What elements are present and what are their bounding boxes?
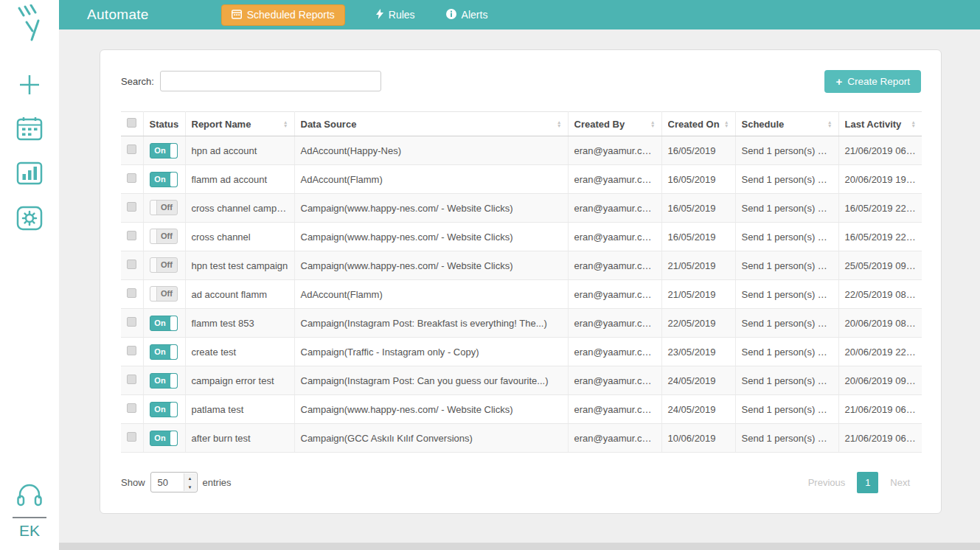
- user-avatar[interactable]: EK: [13, 517, 46, 540]
- tab-scheduled-reports[interactable]: Scheduled Reports: [221, 4, 345, 26]
- data-source-cell: Campaign(Traffic - Instagram only - Copy…: [294, 338, 568, 366]
- page-size-value: 50: [158, 477, 168, 488]
- last-activity-cell: 22/05/2019 08:00: [838, 280, 922, 309]
- row-checkbox[interactable]: [127, 288, 136, 298]
- table-row: Offhpn test test campaignCampaign(www.ha…: [121, 251, 922, 280]
- page-1-button[interactable]: 1: [857, 472, 878, 493]
- created-on-cell: 24/05/2019: [661, 395, 735, 424]
- status-toggle[interactable]: On: [150, 373, 178, 389]
- schedule-cell: Send 1 person(s) Daily: [735, 165, 838, 194]
- created-on-cell: 16/05/2019: [661, 194, 735, 223]
- column-status: Status: [143, 112, 185, 136]
- add-icon[interactable]: [18, 74, 41, 99]
- toggle-knob: [170, 144, 177, 158]
- report-name-cell: hpn test test campaign: [185, 251, 294, 280]
- toolbar: Search: + Create Report: [121, 70, 921, 92]
- toggle-label: On: [150, 374, 170, 388]
- row-checkbox[interactable]: [127, 173, 136, 183]
- data-source-cell: Campaign(GCC Askılı Kılıf Conversions): [294, 424, 568, 453]
- tab-alerts[interactable]: Alerts: [446, 9, 488, 21]
- status-toggle[interactable]: Off: [150, 286, 178, 302]
- created-by-cell: eran@yaamur.com: [568, 165, 661, 194]
- column-data-source[interactable]: Data Source▲▼: [294, 112, 568, 136]
- main-nav: Scheduled Reports Rules Alerts: [221, 4, 488, 26]
- status-toggle[interactable]: On: [150, 344, 178, 360]
- row-checkbox[interactable]: [127, 432, 136, 442]
- created-on-cell: 24/05/2019: [661, 366, 735, 395]
- created-by-cell: eran@yaamur.com: [568, 251, 661, 280]
- toggle-knob: [150, 229, 157, 243]
- row-checkbox[interactable]: [127, 260, 136, 269]
- status-toggle[interactable]: Off: [150, 257, 178, 273]
- toggle-knob: [170, 345, 177, 359]
- analytics-icon[interactable]: [16, 161, 43, 188]
- bolt-icon: [376, 9, 383, 21]
- calendar-icon: [232, 9, 242, 21]
- created-by-cell: eran@yaamur.com: [568, 309, 661, 338]
- scheduled-reports-icon[interactable]: [16, 116, 43, 144]
- column-report-name[interactable]: Report Name▲▼: [185, 112, 294, 136]
- status-toggle[interactable]: Off: [150, 229, 178, 244]
- created-by-cell: eran@yaamur.com: [568, 194, 661, 223]
- created-by-cell: eran@yaamur.com: [568, 424, 661, 453]
- bottom-strip: [0, 543, 980, 550]
- status-toggle[interactable]: On: [150, 316, 178, 331]
- schedule-cell: Send 1 person(s) Daily: [735, 395, 838, 424]
- search-input[interactable]: [160, 71, 381, 91]
- table-row: Offad account flammAdAccount(Flamm)eran@…: [121, 280, 922, 309]
- select-all-checkbox[interactable]: [127, 118, 136, 128]
- column-schedule[interactable]: Schedule▲▼: [735, 112, 838, 136]
- status-toggle[interactable]: On: [150, 172, 178, 187]
- toggle-label: On: [150, 403, 170, 417]
- scheduled-reports-table: Status Report Name▲▼ Data Source▲▼ Creat…: [121, 111, 922, 453]
- schedule-cell: Send 1 person(s) Daily: [735, 309, 838, 338]
- schedule-cell: Send 1 person(s) Daily: [735, 136, 838, 165]
- row-checkbox[interactable]: [127, 317, 136, 327]
- page-size-select[interactable]: 50 ▴▾: [150, 472, 198, 492]
- created-on-cell: 16/05/2019: [661, 136, 735, 165]
- created-by-cell: eran@yaamur.com: [568, 280, 661, 309]
- previous-button[interactable]: Previous: [798, 471, 856, 494]
- sort-icon: ▲▼: [283, 120, 288, 128]
- table-row: Onflamm ad accountAdAccount(Flamm)eran@y…: [121, 165, 922, 194]
- tab-rules[interactable]: Rules: [376, 9, 415, 21]
- table-row: Onafter burn testCampaign(GCC Askılı Kıl…: [121, 424, 922, 453]
- column-created-by[interactable]: Created By▲▼: [568, 112, 661, 136]
- status-toggle[interactable]: Off: [150, 200, 178, 215]
- row-checkbox[interactable]: [127, 202, 136, 212]
- status-toggle[interactable]: On: [150, 431, 178, 446]
- toggle-knob: [170, 173, 177, 187]
- create-report-button[interactable]: + Create Report: [824, 70, 921, 93]
- spinner-icon: ▴▾: [184, 473, 196, 491]
- app-logo-icon[interactable]: [13, 4, 46, 44]
- last-activity-cell: 21/06/2019 06:46: [838, 136, 922, 165]
- column-created-on[interactable]: Created On▲▼: [661, 112, 735, 136]
- toggle-knob: [170, 431, 177, 445]
- sort-icon: ▲▼: [911, 120, 916, 128]
- toggle-knob: [150, 201, 157, 215]
- last-activity-cell: 20/06/2019 22:30: [838, 338, 922, 366]
- data-source-cell: AdAccount(Flamm): [294, 165, 568, 194]
- settings-icon[interactable]: [16, 206, 43, 234]
- next-button[interactable]: Next: [880, 471, 920, 494]
- last-activity-cell: 21/06/2019 06:30: [838, 424, 922, 453]
- search-label: Search:: [121, 76, 154, 87]
- column-select: [121, 112, 143, 136]
- table-row: Oncampaign error testCampaign(Instagram …: [121, 366, 922, 395]
- show-entries: Show 50 ▴▾ entries: [121, 472, 232, 492]
- row-checkbox[interactable]: [127, 403, 136, 413]
- support-icon[interactable]: [15, 481, 44, 511]
- table-body: Onhpn ad accountAdAccount(Happy-Nes)eran…: [121, 136, 922, 453]
- content-card: Search: + Create Report Status Report Na…: [100, 49, 942, 514]
- report-name-cell: after burn test: [185, 424, 294, 453]
- row-checkbox[interactable]: [127, 375, 136, 384]
- column-last-activity[interactable]: Last Activity▲▼: [838, 112, 922, 136]
- row-checkbox[interactable]: [127, 231, 136, 240]
- report-name-cell: flamm ad account: [185, 165, 294, 194]
- status-toggle[interactable]: On: [150, 143, 178, 159]
- report-name-cell: campaign error test: [185, 366, 294, 395]
- schedule-cell: Send 1 person(s) Daily: [735, 338, 838, 366]
- row-checkbox[interactable]: [127, 145, 136, 154]
- status-toggle[interactable]: On: [150, 402, 178, 417]
- row-checkbox[interactable]: [127, 346, 136, 355]
